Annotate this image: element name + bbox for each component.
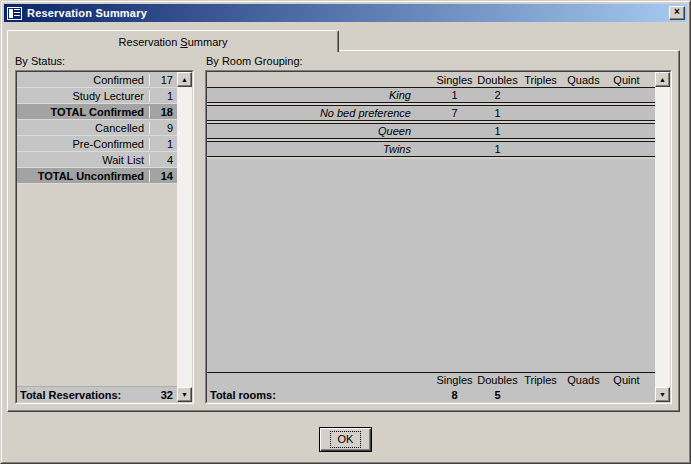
room-count-cell: 7 [433,107,476,119]
close-button[interactable]: × [669,6,685,20]
status-label: TOTAL Confirmed [17,106,150,118]
room-group-row[interactable]: Twins 1 [207,141,655,157]
scroll-up-button[interactable]: ▲ [177,72,192,87]
tab-page: By Status: By Room Grouping: Confirmed 1… [7,50,680,412]
status-count: 1 [150,138,177,150]
room-count-cell: 1 [433,89,476,101]
reservation-summary-dialog: Reservation Summary × Reservation Summar… [0,0,691,464]
close-icon: × [674,7,680,17]
room-list-scrollbar[interactable]: ▲ ▼ [655,72,670,402]
status-row[interactable]: TOTAL Confirmed 18 [17,104,177,120]
scroll-down-button[interactable]: ▼ [177,387,192,402]
room-count-cell: 1 [476,107,519,119]
status-count: 17 [150,74,177,86]
room-column-headers: SinglesDoublesTriplesQuadsQuint [433,74,648,86]
room-totals-row: Total rooms: 85 [207,387,655,402]
column-header: Triples [519,74,562,86]
status-list-rows: Confirmed 17 Study Lecturer 1 TOTAL Conf… [17,72,177,402]
column-header: Singles [433,74,476,86]
tab-label-mnemonic: S [180,36,187,48]
scroll-down-icon: ▼ [659,391,666,398]
column-header: Doubles [476,374,519,386]
status-count: 4 [150,154,177,166]
room-group-row[interactable]: Queen 1 [207,123,655,139]
room-list-filler [207,159,655,372]
status-label: TOTAL Unconfirmed [17,170,150,182]
room-columns-header: SinglesDoublesTriplesQuadsQuint [207,72,655,87]
status-listbox: Confirmed 17 Study Lecturer 1 TOTAL Conf… [15,70,194,404]
room-total-cell [562,389,605,401]
room-group-label: King [207,89,433,101]
status-count: 18 [150,106,177,118]
status-count: 9 [150,122,177,134]
total-reservations-label: Total Reservations: [17,389,161,401]
room-group-row[interactable]: King 12 [207,87,655,103]
total-rooms-label: Total rooms: [207,389,433,401]
status-row[interactable]: Study Lecturer 1 [17,88,177,104]
status-label: Wait List [17,154,150,166]
room-count-cell: 1 [476,125,519,137]
room-count-cell: 2 [476,89,519,101]
room-group-label: No bed preference [207,107,433,119]
status-row[interactable]: Confirmed 17 [17,72,177,88]
form-icon [7,7,22,20]
scroll-up-button[interactable]: ▲ [655,72,670,87]
room-group-label: Queen [207,125,433,137]
status-label: Confirmed [17,74,150,86]
column-header: Quads [562,74,605,86]
scroll-up-icon: ▲ [659,76,666,83]
room-list-rows: King 12 No bed preference 71 Queen 1 Twi… [207,87,655,159]
by-status-label: By Status: [15,55,65,67]
column-header: Doubles [476,74,519,86]
total-reservations-value: 32 [161,389,177,401]
room-total-cell: 8 [433,389,476,401]
tab-label-pre: Reservation [119,36,181,48]
room-column-footers: SinglesDoublesTriplesQuadsQuint [433,374,648,386]
status-label: Study Lecturer [17,90,150,102]
status-row[interactable]: Pre-Confirmed 1 [17,136,177,152]
column-header: Triples [519,374,562,386]
ok-button-label: OK [330,431,362,448]
by-room-grouping-label: By Room Grouping: [206,55,303,67]
column-header: Quint [605,74,648,86]
scroll-up-icon: ▲ [181,76,188,83]
status-list-scrollbar[interactable]: ▲ ▼ [177,72,192,402]
status-row[interactable]: TOTAL Unconfirmed 14 [17,168,177,184]
column-header: Quads [562,374,605,386]
room-totals-values: 85 [433,389,648,401]
tab-reservation-summary[interactable]: Reservation Summary [7,30,339,52]
scroll-down-button[interactable]: ▼ [655,387,670,402]
room-list-body: SinglesDoublesTriplesQuadsQuint King 12 … [207,72,655,402]
status-count: 1 [150,90,177,102]
form-icon-cell [9,9,13,18]
room-total-cell [605,389,648,401]
status-count: 14 [150,170,177,182]
room-group-row[interactable]: No bed preference 71 [207,105,655,121]
status-list-footer: Total Reservations: 32 [17,386,177,402]
room-grouping-listbox-inner: SinglesDoublesTriplesQuadsQuint King 12 … [206,71,671,403]
room-total-cell [519,389,562,401]
status-listbox-inner: Confirmed 17 Study Lecturer 1 TOTAL Conf… [16,71,193,403]
status-label: Cancelled [17,122,150,134]
title-bar: Reservation Summary × [4,4,687,22]
form-icon-rows [14,9,20,18]
room-total-cell: 5 [476,389,519,401]
status-label: Pre-Confirmed [17,138,150,150]
status-row[interactable]: Wait List 4 [17,152,177,168]
scroll-down-icon: ▼ [181,391,188,398]
status-row[interactable]: Cancelled 9 [17,120,177,136]
column-header: Singles [433,374,476,386]
tab-label-post: ummary [188,36,228,48]
room-list-footer: SinglesDoublesTriplesQuadsQuint Total ro… [207,372,655,402]
room-columns-footer: SinglesDoublesTriplesQuadsQuint [207,373,655,387]
column-header: Quint [605,374,648,386]
room-group-label: Twins [207,143,433,155]
room-grouping-listbox: SinglesDoublesTriplesQuadsQuint King 12 … [205,70,672,404]
ok-button[interactable]: OK [319,427,372,452]
room-count-cell: 1 [476,143,519,155]
dialog-body: Reservation Summary × Reservation Summar… [1,1,690,463]
window-title: Reservation Summary [27,7,669,19]
